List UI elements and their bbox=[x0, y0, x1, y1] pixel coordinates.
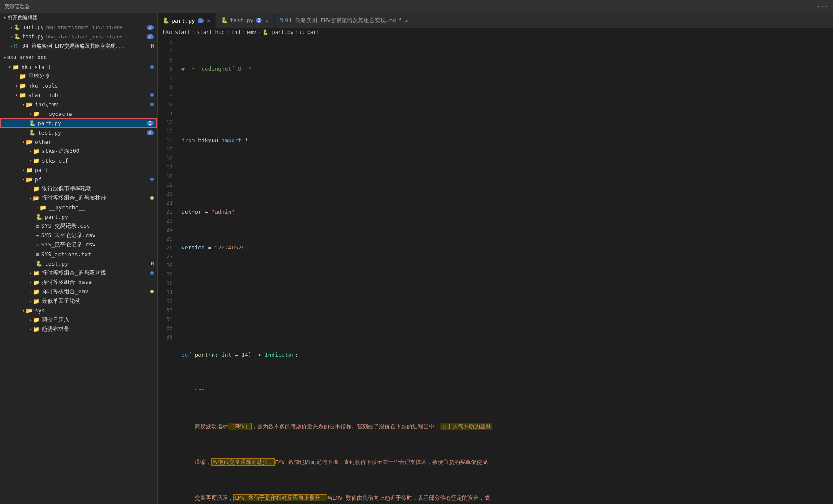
python-file-icon: 🐍 bbox=[36, 261, 43, 267]
csv-file-icon: ≡ bbox=[36, 223, 39, 229]
chevron-right-icon: › bbox=[36, 205, 38, 210]
tree-folder-stks-etf[interactable]: › 📁 stks-etf bbox=[0, 156, 157, 165]
close-icon: ✕ bbox=[10, 34, 13, 39]
tab-test-py[interactable]: 🐍 test.py 2 ✕ bbox=[216, 13, 274, 28]
tree-folder-stks-300[interactable]: › 📁 stks-沪深300 bbox=[0, 146, 157, 156]
md-file-icon: M bbox=[14, 43, 20, 49]
tree-file-sys-actions[interactable]: ≡ SYS_actions.txt bbox=[0, 249, 157, 259]
more-options-icon[interactable]: ··· bbox=[816, 3, 829, 11]
breadcrumb-part[interactable]: 🐍 part.py bbox=[262, 29, 293, 35]
tree-folder-pycache[interactable]: › 📁 __pycache__ bbox=[0, 109, 157, 118]
tree-item-label: other bbox=[35, 139, 52, 145]
folder-icon: 📂 bbox=[33, 195, 40, 201]
tree-folder-sys[interactable]: ▾ 📂 sys bbox=[0, 306, 157, 315]
chevron-right-icon: › bbox=[29, 149, 32, 154]
tree-folder-boll[interactable]: ▾ 📂 择时等权组合_追势布林带 bbox=[0, 193, 157, 203]
code-container[interactable]: 3 4 5 6 7 8 9 10 11 12 13 14 15 16 17 18… bbox=[158, 37, 833, 504]
tree-item-label: start_hub bbox=[28, 92, 58, 98]
chevron-down-icon: ▾ bbox=[22, 308, 25, 313]
file-badge-m: M bbox=[151, 261, 154, 266]
tree-item-label: 择时等权组合_emv bbox=[42, 288, 88, 295]
chevron-right-icon: › bbox=[29, 289, 32, 294]
chevron-down-icon: ▾ bbox=[29, 196, 32, 200]
tree-folder-other[interactable]: ▾ 📂 other bbox=[0, 137, 157, 146]
tree-file-sys-trade[interactable]: ≡ SYS_交易记录.csv bbox=[0, 221, 157, 231]
tree-folder-pycache2[interactable]: › 📁 __pycache__ bbox=[0, 203, 157, 212]
tab-part-py[interactable]: 🐍 part.py 2 ✕ bbox=[158, 13, 216, 28]
open-editors-header[interactable]: ▾ 打开的编辑器 bbox=[0, 13, 157, 23]
tree-folder-min-factor[interactable]: › 📁 最低单因子轮动 bbox=[0, 296, 157, 306]
folder-icon: 📁 bbox=[33, 317, 40, 323]
open-editor-badge: 2 bbox=[147, 25, 154, 30]
tree-folder-hku_tools[interactable]: › 📁 hku_tools bbox=[0, 81, 157, 90]
tree-item-label: __pycache__ bbox=[49, 204, 85, 211]
tree-item-label: 星球分享 bbox=[28, 72, 50, 80]
dot-badge bbox=[150, 93, 154, 97]
tree-folder-hku_start[interactable]: ▾ 📁 hku_start bbox=[0, 62, 157, 72]
root-label: HKU_START_DOC bbox=[7, 55, 47, 60]
tab-close-icon[interactable]: ✕ bbox=[405, 17, 408, 24]
folder-icon: 📁 bbox=[19, 83, 26, 89]
tree-folder-start_hub[interactable]: ▾ 📁 start_hub bbox=[0, 90, 157, 100]
chevron-down-icon: ▾ bbox=[22, 102, 25, 107]
tab-label: test.py bbox=[230, 17, 253, 23]
folder-icon: 📁 bbox=[33, 148, 40, 155]
tree-folder-ind-emv[interactable]: ▾ 📂 ind\emv bbox=[0, 100, 157, 109]
open-editor-item-md[interactable]: ✕ M 04_策略实例_EMV交易策略及其组合实现.... M bbox=[0, 41, 157, 51]
file-badge: 2 bbox=[147, 121, 154, 126]
open-editor-item-part[interactable]: ✕ 🐍 part.py hku_start\start_hub\ind\emv … bbox=[0, 23, 157, 32]
breadcrumb: hku_start › start_hub › ind › emv › 🐍 pa… bbox=[158, 28, 833, 37]
tree-item-label: SYS_未平仓记录.csv bbox=[41, 232, 96, 239]
python-file-icon: 🐍 bbox=[14, 34, 20, 40]
tree-folder-xingqiu[interactable]: › 📁 星球分享 bbox=[0, 72, 157, 81]
tab-close-icon[interactable]: ✕ bbox=[207, 17, 210, 24]
tree-file-test2[interactable]: 🐍 test.py M bbox=[0, 259, 157, 268]
chevron-right-icon: › bbox=[29, 327, 32, 332]
breadcrumb-part[interactable]: start_hub bbox=[197, 29, 224, 35]
tree-folder-double-ma[interactable]: › 📁 择时等权组合_追势双均线 bbox=[0, 268, 157, 278]
chevron-right-icon: › bbox=[29, 186, 32, 191]
tree-folder-emv[interactable]: › 📁 择时等权组合_emv bbox=[0, 287, 157, 296]
tree-folder-part[interactable]: › 📁 part bbox=[0, 165, 157, 175]
folder-icon: 📁 bbox=[33, 186, 40, 192]
tree-item-label: 择时等权组合_base bbox=[42, 278, 92, 286]
tab-md[interactable]: M 04_策略实例_EMV交易策略及其组合实现.md M ✕ bbox=[275, 13, 414, 28]
breadcrumb-symbol[interactable]: ⬡ part bbox=[300, 29, 319, 35]
chevron-down-icon: ▾ bbox=[3, 55, 6, 60]
close-icon: ✕ bbox=[10, 44, 13, 49]
tree-folder-rebalance[interactable]: › 📁 调仓日买入 bbox=[0, 315, 157, 324]
breadcrumb-part[interactable]: ind bbox=[231, 29, 241, 35]
open-editors-chevron: ▾ bbox=[3, 15, 6, 20]
tree-file-test-py[interactable]: 🐍 test.py 2 bbox=[0, 128, 157, 137]
folder-icon: 📁 bbox=[33, 111, 40, 117]
tree-folder-pf[interactable]: ▾ 📂 pf bbox=[0, 175, 157, 184]
breadcrumb-part[interactable]: emv bbox=[247, 29, 256, 35]
tree-file-sys-open[interactable]: ≡ SYS_未平仓记录.csv bbox=[0, 231, 157, 240]
tree-item-label: __pycache__ bbox=[42, 111, 78, 117]
tree-item-label: 趋势布林带 bbox=[42, 325, 69, 333]
code-editor[interactable]: # -*- coding:utf-8 -*- from hikyuu impor… bbox=[178, 37, 833, 504]
folder-icon: 📁 bbox=[33, 289, 40, 295]
dot-badge bbox=[150, 178, 154, 181]
open-editor-badge-m: M bbox=[151, 43, 154, 49]
tree-file-part-py[interactable]: 🐍 part.py 2 bbox=[0, 118, 157, 128]
tree-item-label: stks-沪深300 bbox=[42, 147, 80, 155]
tree-file-part2[interactable]: 🐍 part.py bbox=[0, 212, 157, 221]
dot-badge-yellow bbox=[150, 196, 154, 200]
tree-folder-trend-boll[interactable]: › 📁 趋势布林带 bbox=[0, 324, 157, 334]
folder-icon: 📂 bbox=[26, 176, 33, 183]
dot-badge-yellow bbox=[150, 290, 154, 293]
tree-root-label[interactable]: ▾ HKU_START_DOC bbox=[0, 53, 157, 62]
tab-label: part.py bbox=[172, 17, 195, 24]
tree-item-label: part.py bbox=[38, 120, 61, 126]
open-editor-item-test[interactable]: ✕ 🐍 test.py hku_start\start_hub\ind\emv … bbox=[0, 32, 157, 41]
chevron-right-icon: › bbox=[15, 74, 18, 79]
breadcrumb-part[interactable]: hku_start bbox=[163, 29, 190, 35]
tab-close-icon[interactable]: ✕ bbox=[265, 17, 269, 24]
tree-folder-bank[interactable]: › 📁 银行股低市净率轮动 bbox=[0, 184, 157, 193]
tree-folder-base[interactable]: › 📁 择时等权组合_base bbox=[0, 278, 157, 287]
chevron-right-icon: › bbox=[22, 168, 25, 172]
chevron-down-icon: ▾ bbox=[22, 177, 25, 182]
folder-icon: 📁 bbox=[26, 167, 33, 173]
tree-file-sys-close[interactable]: ≡ SYS_已平仓记录.csv bbox=[0, 240, 157, 249]
